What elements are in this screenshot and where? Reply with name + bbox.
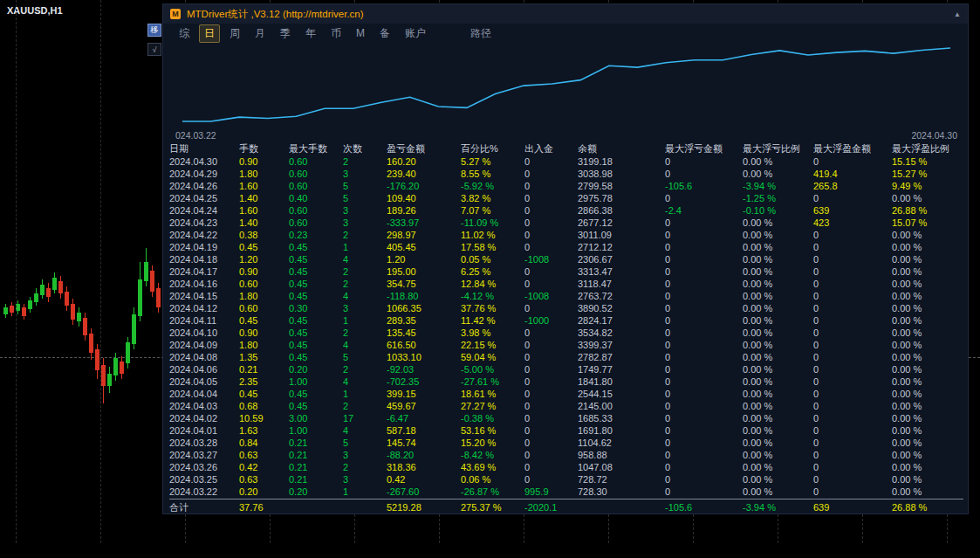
table-cell: 0 [665,486,743,498]
table-cell: 0.40 [289,192,343,204]
table-cell: 0 [813,486,892,498]
panel-logo-icon: M [170,9,181,19]
table-cell: 0 [813,400,892,412]
table-cell: 1841.80 [578,375,665,388]
table-cell: 0.00 % [743,351,813,363]
table-cell: 2799.58 [578,180,665,192]
table-cell: 6.25 % [461,265,524,278]
tab-综[interactable]: 综 [174,24,195,43]
table-cell: 0 [665,327,743,339]
table-cell: 0 [813,412,892,424]
tab-月[interactable]: 月 [250,24,271,43]
table-cell: -2.4 [665,204,743,217]
table-cell: 0.00 % [892,449,963,461]
table-cell: 1.00 [289,424,343,437]
table-cell: -0.10 % [743,204,813,217]
table-total-row: 合计37.765219.28275.37 %-2020.1-105.6-3.94… [169,499,963,513]
tab-path[interactable]: 路径 [470,26,491,41]
table-cell: 1.35 [239,351,289,363]
table-row: 2024.04.151.800.454-118.80-4.12 %-100827… [169,290,963,302]
panel-titlebar[interactable]: M MTDriver统计 ,V3.12 (http://mtdriver.cn)… [163,4,968,24]
tab-币[interactable]: 币 [326,24,346,43]
table-cell: 0.20 [289,486,343,498]
table-cell: 0.00 % [892,486,963,498]
stats-table: 日期手数最大手数次数盈亏金额百分比%出入金余额最大浮亏金额最大浮亏比例最大浮盈金… [169,142,963,513]
collapse-arrow-icon[interactable]: ▲ [954,10,961,18]
table-cell: 15.27 % [892,168,963,180]
table-cell: 0 [813,253,892,265]
table-cell: 3 [343,204,387,217]
table-cell: 0 [665,400,743,412]
table-cell: 2 [343,265,387,278]
table-cell: -105.6 [665,180,743,192]
table-cell: 2024.04.03 [169,400,239,412]
table-cell: 37.76 % [461,302,524,314]
table-cell: 0.60 [239,302,289,314]
table-cell: 3534.82 [578,327,665,339]
table-cell: 0.00 % [743,290,813,302]
table-cell: 0.00 % [743,412,813,424]
tab-日[interactable]: 日 [199,24,220,43]
table-row: 2024.04.091.800.454616.5022.15 %03399.37… [169,339,963,351]
table-cell: 275.37 % [461,501,524,513]
tab-M[interactable]: M [351,25,370,41]
tab-周[interactable]: 周 [224,24,245,43]
table-row: 2024.04.261.600.605-176.20-5.92 %02799.5… [169,180,963,192]
table-cell: 2 [343,229,387,241]
table-cell: 0.60 [289,168,343,180]
table-cell: 639 [813,204,892,217]
table-cell: 5 [343,192,387,204]
table-cell: 135.45 [387,327,461,339]
table-cell: 1.60 [239,204,289,217]
table-cell: 3 [343,473,387,486]
table-cell: 0.45 [289,339,343,351]
table-cell: 0 [524,180,578,192]
table-cell: 18.61 % [461,388,524,400]
table-cell: 0.00 % [892,412,963,424]
table-cell: 0.45 [289,351,343,363]
table-cell: 2024.04.23 [169,217,239,229]
table-cell: 0.00 % [892,339,963,351]
table-cell: 0 [813,290,892,302]
table-cell: 995.9 [524,486,578,498]
table-cell: 3 [343,168,387,180]
table-cell: 0.00 % [743,168,813,180]
tab-账户[interactable]: 账户 [400,24,431,43]
table-cell: 0 [524,437,578,449]
move-tool-button[interactable]: 移 [147,24,161,37]
table-cell: 1 [343,486,387,498]
tab-年[interactable]: 年 [300,24,321,43]
stats-panel: M MTDriver统计 ,V3.12 (http://mtdriver.cn)… [162,3,969,514]
table-row: 2024.04.300.900.602160.205.27 %03199.180… [169,155,963,168]
table-cell: 1.20 [387,253,461,265]
table-cell: 2.35 [239,375,289,388]
column-header: 日期 [169,142,239,155]
table-cell: 0 [524,449,578,461]
table-cell: 354.75 [387,278,461,290]
table-cell: -11.09 % [461,217,524,229]
table-cell: 0.68 [239,400,289,412]
table-cell: 0.00 % [743,424,813,437]
table-cell: -8.42 % [461,449,524,461]
table-cell: 0.45 [289,400,343,412]
table-cell: 0 [665,265,743,278]
table-cell: -0.38 % [461,412,524,424]
confirm-tool-button[interactable]: √ [147,43,161,56]
table-cell: 2024.04.04 [169,388,239,400]
table-cell: 1685.33 [578,412,665,424]
table-cell: 17 [343,412,387,424]
table-cell: 0 [524,424,578,437]
table-cell: 0.00 % [743,217,813,229]
table-cell: 4 [343,290,387,302]
table-cell: 2024.04.12 [169,302,239,314]
table-cell: 2024.03.26 [169,461,239,473]
table-row: 2024.03.250.630.2130.420.06 %0728.7200.0… [169,473,963,486]
table-cell: 12.84 % [461,278,524,290]
tab-季[interactable]: 季 [275,24,296,43]
table-cell: 419.4 [813,168,892,180]
table-cell: 2712.12 [578,241,665,253]
table-cell: 22.15 % [461,339,524,351]
tab-备[interactable]: 备 [374,24,395,43]
table-cell: 0.00 % [743,473,813,486]
table-cell: 0 [665,192,743,204]
